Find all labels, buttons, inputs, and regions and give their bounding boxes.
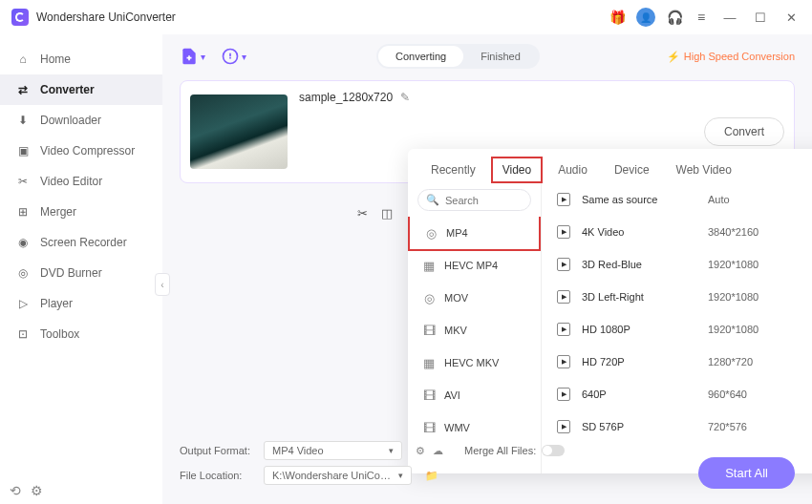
- home-icon: ⌂: [15, 52, 31, 67]
- merge-label: Merge All Files:: [464, 445, 536, 456]
- play-icon: ▶: [557, 225, 570, 239]
- sidebar-item-recorder[interactable]: ◉Screen Recorder: [0, 227, 162, 258]
- film-icon: 🎞: [421, 323, 437, 338]
- tab-audio[interactable]: Audio: [546, 157, 599, 183]
- format-mov[interactable]: ◎MOV: [408, 282, 541, 314]
- app-title: Wondershare UniConverter: [36, 10, 176, 24]
- output-format-label: Output Format:: [180, 445, 256, 456]
- lightning-icon: ⚡: [667, 51, 680, 63]
- gear-icon[interactable]: ⚙: [416, 445, 425, 457]
- file-location-select[interactable]: K:\Wondershare UniConverter▾: [264, 466, 412, 485]
- sidebar-item-home[interactable]: ⌂Home: [0, 44, 162, 74]
- refresh-icon[interactable]: ⟲: [10, 483, 21, 498]
- tab-recently[interactable]: Recently: [419, 157, 487, 183]
- preset-3d-rb[interactable]: ▶3D Red-Blue1920*1080✎: [542, 248, 812, 281]
- preset-1080p[interactable]: ▶HD 1080P1920*1080✎: [542, 313, 812, 346]
- merger-icon: ⊞: [15, 204, 31, 220]
- minimize-button[interactable]: —: [720, 10, 739, 25]
- tab-device[interactable]: Device: [603, 157, 661, 183]
- play-icon: ▶: [557, 290, 570, 304]
- tab-web[interactable]: Web Video: [665, 157, 743, 183]
- app-logo: [11, 9, 29, 26]
- sidebar-item-merger[interactable]: ⊞Merger: [0, 197, 162, 227]
- dvd-icon: ◎: [15, 265, 31, 281]
- rename-icon[interactable]: ✎: [400, 91, 410, 104]
- format-mp4[interactable]: ◎MP4: [408, 217, 541, 251]
- output-format-select[interactable]: MP4 Video▾: [264, 441, 402, 460]
- add-url-button[interactable]: ▾: [221, 47, 246, 66]
- preset-720p[interactable]: ▶HD 720P1280*720✎: [542, 346, 812, 378]
- hevc-icon: ▦: [421, 258, 437, 273]
- format-hevc-mkv[interactable]: ▦HEVC MKV: [408, 346, 541, 379]
- film-icon: 🎞: [421, 420, 437, 435]
- titlebar: Wondershare UniConverter 🎁 👤 🎧 ≡ — ☐ ✕: [0, 0, 812, 34]
- format-wmv[interactable]: 🎞WMV: [408, 411, 541, 444]
- play-icon: ▶: [557, 420, 570, 433]
- content: ▾ ▾ Converting Finished ⚡High Speed Conv…: [162, 34, 812, 504]
- start-all-button[interactable]: Start All: [698, 457, 795, 489]
- sidebar-item-player[interactable]: ▷Player: [0, 288, 162, 319]
- play-icon: ▶: [557, 388, 570, 401]
- trim-icon[interactable]: ✂: [357, 206, 368, 220]
- file-name: sample_1280x720: [299, 91, 393, 104]
- play-icon: ▶: [557, 193, 570, 206]
- headset-icon[interactable]: 🎧: [667, 10, 682, 25]
- menu-icon[interactable]: ≡: [694, 10, 709, 25]
- format-mkv[interactable]: 🎞MKV: [408, 314, 541, 346]
- segment-control: Converting Finished: [376, 44, 540, 69]
- sidebar-item-converter[interactable]: ⇄Converter: [0, 74, 162, 105]
- preset-list: ▶Same as sourceAuto✎ ▶4K Video3840*2160✎…: [542, 183, 812, 473]
- toolbox-icon: ⊡: [15, 326, 31, 342]
- video-thumbnail[interactable]: [190, 94, 288, 169]
- hevc-icon: ▦: [421, 355, 437, 370]
- recorder-icon: ◉: [15, 235, 31, 250]
- close-button[interactable]: ✕: [781, 10, 801, 25]
- film-icon: 🎞: [421, 388, 437, 403]
- high-speed-toggle[interactable]: ⚡High Speed Conversion: [667, 51, 795, 63]
- play-icon: ▶: [557, 258, 570, 271]
- settings-icon[interactable]: ⚙: [31, 483, 43, 498]
- gift-icon[interactable]: 🎁: [609, 10, 625, 25]
- tab-video[interactable]: Video: [491, 157, 543, 183]
- maximize-button[interactable]: ☐: [751, 10, 770, 25]
- disc-icon: ◎: [423, 225, 438, 241]
- convert-button[interactable]: Convert: [704, 117, 784, 146]
- format-hevc-mp4[interactable]: ▦HEVC MP4: [408, 249, 541, 282]
- crop-icon[interactable]: ◫: [381, 206, 393, 220]
- sidebar-item-compressor[interactable]: ▣Video Compressor: [0, 136, 162, 166]
- folder-icon[interactable]: 📁: [425, 470, 438, 482]
- cloud-icon[interactable]: ☁: [433, 445, 443, 457]
- sidebar-item-downloader[interactable]: ⬇Downloader: [0, 105, 162, 136]
- format-popup: Recently Video Audio Device Web Video 🔍 …: [408, 149, 812, 473]
- seg-converting[interactable]: Converting: [378, 46, 463, 67]
- play-icon: ▶: [557, 355, 570, 368]
- sidebar: ⌂Home ⇄Converter ⬇Downloader ▣Video Comp…: [0, 34, 162, 504]
- format-avi[interactable]: 🎞AVI: [408, 379, 541, 411]
- preset-4k[interactable]: ▶4K Video3840*2160✎: [542, 216, 812, 248]
- sidebar-item-editor[interactable]: ✂Video Editor: [0, 166, 162, 197]
- disc-icon: ◎: [421, 290, 437, 305]
- play-icon: ▶: [557, 323, 570, 336]
- add-file-button[interactable]: ▾: [180, 47, 205, 66]
- player-icon: ▷: [15, 296, 31, 311]
- seg-finished[interactable]: Finished: [463, 46, 538, 67]
- merge-toggle[interactable]: [542, 445, 565, 456]
- downloader-icon: ⬇: [15, 113, 31, 128]
- search-input[interactable]: [445, 195, 522, 206]
- format-search[interactable]: 🔍: [417, 189, 531, 211]
- preset-same[interactable]: ▶Same as sourceAuto✎: [542, 183, 812, 216]
- compressor-icon: ▣: [15, 143, 31, 158]
- preset-640p[interactable]: ▶640P960*640✎: [542, 378, 812, 410]
- converter-icon: ⇄: [15, 82, 31, 97]
- sidebar-item-dvd[interactable]: ◎DVD Burner: [0, 258, 162, 288]
- editor-icon: ✂: [15, 174, 31, 189]
- search-icon: 🔍: [426, 194, 439, 206]
- file-location-label: File Location:: [180, 470, 256, 481]
- preset-3d-lr[interactable]: ▶3D Left-Right1920*1080✎: [542, 281, 812, 313]
- sidebar-item-toolbox[interactable]: ⊡Toolbox: [0, 319, 162, 349]
- preset-576p[interactable]: ▶SD 576P720*576✎: [542, 410, 812, 443]
- avatar[interactable]: 👤: [636, 8, 655, 27]
